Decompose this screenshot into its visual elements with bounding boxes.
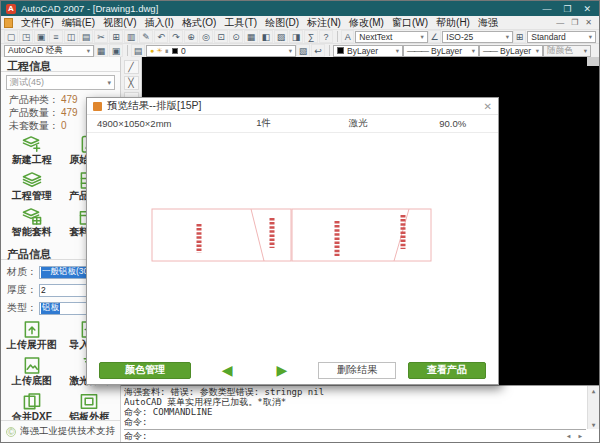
menu-item-3[interactable]: 插入(I) xyxy=(140,16,177,30)
command-prompt[interactable]: 命令: xyxy=(124,430,147,442)
layer-states-icon[interactable]: ▧ xyxy=(296,44,310,57)
qnew-icon[interactable]: ▢ xyxy=(4,30,18,43)
menu-item-5[interactable]: 工具(T) xyxy=(220,16,261,30)
scroll-down-icon[interactable]: ▼ xyxy=(592,421,596,428)
command-line-2: 命令: COMMANDLINE xyxy=(124,407,586,417)
sheet-size: 4900×1050×2mm xyxy=(87,118,219,129)
autocad-window: A AutoCAD 2007 - [Drawing1.dwg] — ❐ ✕ 文件… xyxy=(0,0,600,443)
layer-manager-icon[interactable]: ▤ xyxy=(131,44,145,57)
layer-previous-icon[interactable]: ↩ xyxy=(311,44,325,57)
action-新建工程[interactable]: 新建工程 xyxy=(3,135,61,171)
menu-bar: 文件(F)编辑(E)视图(V)插入(I)格式(O)工具(T)绘图(D)标注(N)… xyxy=(1,16,599,30)
plot-preview-icon[interactable]: ◫ xyxy=(64,30,78,43)
dim-style-combo[interactable]: ISO-25▾ xyxy=(442,31,513,43)
lineweight-combo[interactable]: —— ByLayer▾ xyxy=(479,45,543,57)
scroll-left-icon[interactable]: ◀ xyxy=(567,430,571,442)
plot-style-combo: 随颜色▾ xyxy=(543,45,591,57)
quickcalc-icon[interactable]: ∑ xyxy=(304,30,318,43)
layer-combo[interactable]: ●☀∎ 0 ▾ xyxy=(146,45,296,57)
maximize-icon[interactable]: ❐ xyxy=(563,4,571,14)
stat-label: 未套数量： xyxy=(9,119,59,133)
save-workspace-icon[interactable]: ▣ xyxy=(109,44,123,57)
zoom-realtime-icon[interactable]: ◎ xyxy=(199,30,213,43)
command-window[interactable]: 海强套料: 错误: 参数类型错误: stringp nilAutoCAD 菜单实… xyxy=(121,385,599,442)
open-icon[interactable]: ◳ xyxy=(19,30,33,43)
toolbar-separator xyxy=(329,45,330,56)
sheet-set-icon[interactable]: ◨ xyxy=(289,30,303,43)
menu-item-10[interactable]: 帮助(H) xyxy=(432,16,474,30)
doc-close-icon[interactable]: ✕ xyxy=(585,18,592,27)
action-工程管理[interactable]: 工程管理 xyxy=(3,171,61,207)
upload-drawing-icon xyxy=(20,320,44,339)
dialog-app-icon xyxy=(93,102,102,111)
properties-icon[interactable]: ▦ xyxy=(244,30,258,43)
text-style-combo[interactable]: NextText▾ xyxy=(355,31,428,43)
paste-icon[interactable]: ▥ xyxy=(124,30,138,43)
plate-frame-icon xyxy=(77,392,101,411)
doc-minimize-icon[interactable]: — xyxy=(556,18,564,27)
action-上传底图[interactable]: 上传底图 xyxy=(3,356,61,392)
menu-item-9[interactable]: 窗口(W) xyxy=(388,16,432,30)
color-combo[interactable]: ByLayer▾ xyxy=(333,45,403,57)
help-icon[interactable]: ? xyxy=(319,30,333,43)
match-properties-icon[interactable]: ✎ xyxy=(139,30,153,43)
text-style-icon[interactable]: A xyxy=(341,30,354,43)
dim-style-icon[interactable]: ∠ xyxy=(428,30,441,43)
chevron-down-icon: ▾ xyxy=(504,33,509,41)
delete-result-button[interactable]: 删除结果 xyxy=(318,362,396,379)
close-icon[interactable]: ✕ xyxy=(583,4,591,14)
prev-page-icon[interactable]: ◀ xyxy=(222,363,233,377)
menu-item-8[interactable]: 修改(M) xyxy=(345,16,388,30)
dialog-title-bar[interactable]: 预览结果--排版[15P] ✕ xyxy=(87,98,498,115)
xline-icon[interactable]: ╳ xyxy=(124,76,139,90)
action-智能套料[interactable]: 智能套料 xyxy=(3,207,61,243)
cut-icon[interactable]: ✂ xyxy=(94,30,108,43)
minimize-icon[interactable]: — xyxy=(542,4,551,14)
menu-item-6[interactable]: 绘图(D) xyxy=(261,16,303,30)
designcenter-icon[interactable]: ◧ xyxy=(259,30,273,43)
layer-lock-icon: ∎ xyxy=(165,47,169,55)
nesting-preview-area[interactable]: 颜色管理 ◀ ▶ 删除结果 查看产品 xyxy=(87,133,498,386)
stat-value: 479 xyxy=(61,107,78,118)
copy-icon[interactable]: ⊞ xyxy=(109,30,123,43)
table-style-combo[interactable]: Standard▾ xyxy=(527,31,596,43)
dialog-close-icon[interactable]: ✕ xyxy=(484,101,492,112)
plot-icon[interactable]: ≡ xyxy=(49,30,63,43)
doc-restore-icon[interactable]: ❐ xyxy=(571,18,578,27)
scroll-right-icon[interactable]: ▶ xyxy=(578,430,582,442)
action-上传展开图[interactable]: 上传展开图 xyxy=(3,320,61,356)
action-label: 智能套料 xyxy=(12,226,52,238)
command-vertical-scrollbar[interactable]: ▲ ▼ xyxy=(587,386,599,429)
color-manage-button[interactable]: 颜色管理 xyxy=(99,362,191,379)
menu-item-4[interactable]: 格式(O) xyxy=(178,16,220,30)
utilization: 90.0% xyxy=(408,118,498,129)
scroll-up-icon[interactable]: ▲ xyxy=(592,387,596,394)
workspace-settings-icon[interactable]: ▦ xyxy=(94,44,108,57)
sheet-info-row: 4900×1050×2mm 1件 激光 90.0% xyxy=(87,115,498,133)
sheet-count: 1件 xyxy=(219,117,309,130)
undo-icon[interactable]: ↶ xyxy=(154,30,168,43)
menu-item-0[interactable]: 文件(F) xyxy=(17,16,58,30)
project-select[interactable]: 测试(45) ▾ xyxy=(6,75,115,90)
project-info-title: 工程信息 xyxy=(1,57,120,72)
layers-properties-toolbar: AutoCAD 经典▾ ▦▣ ▤ ●☀∎ 0 ▾ ▧↩ ByLayer▾ ———… xyxy=(1,44,599,58)
next-page-icon[interactable]: ▶ xyxy=(277,363,288,377)
zoom-previous-icon[interactable]: ⊙ xyxy=(229,30,243,43)
view-product-button[interactable]: 查看产品 xyxy=(408,362,486,379)
window-title: AutoCAD 2007 - [Drawing1.dwg] xyxy=(21,3,158,14)
redo-icon[interactable]: ↷ xyxy=(169,30,183,43)
line-icon[interactable]: ╱ xyxy=(124,60,139,74)
menu-item-7[interactable]: 标注(N) xyxy=(303,16,345,30)
save-icon[interactable]: ▣ xyxy=(34,30,48,43)
workspace-combo[interactable]: AutoCAD 经典▾ xyxy=(4,45,94,57)
menu-item-11[interactable]: 海强 xyxy=(474,16,502,30)
linetype-combo[interactable]: ——— ByLayer▾ xyxy=(403,45,479,57)
table-style-icon[interactable]: ⊞ xyxy=(513,30,526,43)
zoom-window-icon[interactable]: ⊡ xyxy=(214,30,228,43)
field-value: 铝板 xyxy=(41,302,60,314)
tool-palettes-icon[interactable]: ▨ xyxy=(274,30,288,43)
publish-icon[interactable]: ▤ xyxy=(79,30,93,43)
pan-icon[interactable]: ⊕ xyxy=(184,30,198,43)
menu-item-1[interactable]: 编辑(E) xyxy=(58,16,99,30)
menu-item-2[interactable]: 视图(V) xyxy=(99,16,140,30)
